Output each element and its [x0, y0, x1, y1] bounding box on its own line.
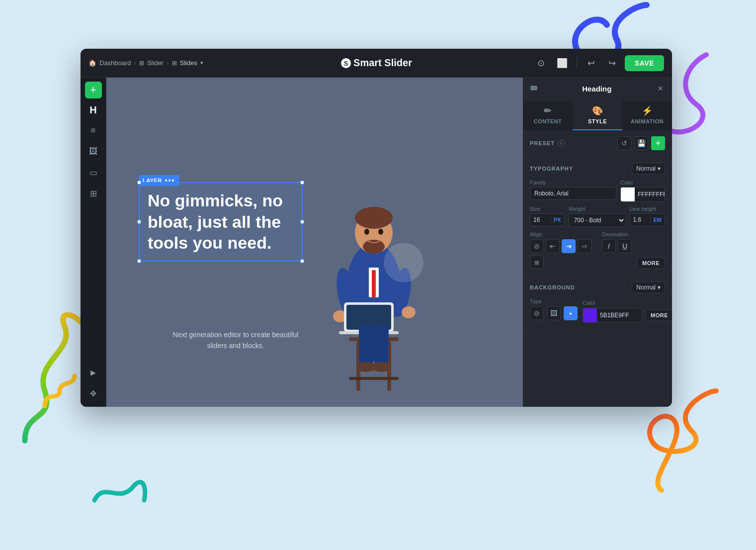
panel-layers-icon: [530, 84, 538, 94]
style-tab-icon: 🎨: [592, 105, 603, 116]
bg-image-btn[interactable]: 🖼: [547, 306, 561, 320]
background-normal-dropdown[interactable]: Normal ▾: [632, 281, 665, 293]
bg-color-field[interactable]: 5B1BE9FF: [583, 308, 642, 323]
align-none-btn[interactable]: ⊘: [530, 239, 544, 253]
sidebar-image-btn[interactable]: 🖼: [84, 142, 103, 161]
handle-tl[interactable]: [137, 181, 141, 184]
topbar: 🏠 Dashboard › ⊞ Slider › ⊞ Slides ▾ S Sm…: [81, 49, 672, 78]
preset-save-btn[interactable]: 💾: [634, 136, 648, 150]
decoration-buttons: I U: [602, 239, 632, 253]
slides-dropdown-icon[interactable]: ▾: [200, 60, 203, 66]
tab-content[interactable]: ✏ CONTENT: [523, 100, 573, 130]
sidebar-grid-btn[interactable]: ⊞: [84, 184, 103, 203]
preview-btn[interactable]: ⊙: [533, 55, 550, 72]
size-unit[interactable]: PX: [550, 217, 564, 223]
bg-type-buttons: ⊘ 🖼 ▪: [530, 306, 578, 320]
heading-layer[interactable]: No gimmicks, no bloat, just all the tool…: [139, 182, 303, 262]
more-col: MORE: [637, 257, 665, 269]
line-height-group: Line height EM: [630, 206, 666, 227]
svg-point-17: [402, 306, 416, 318]
align-label: Align: [530, 231, 597, 237]
family-color-row: Family Color FFFFFFFF: [530, 180, 665, 202]
background-header: BACKGROUND Normal ▾: [530, 281, 665, 293]
bg-color-swatch: [583, 308, 597, 322]
panel-close-btn[interactable]: ×: [656, 84, 665, 94]
bg-color-label: Color: [583, 300, 672, 306]
panel-title: Heading: [542, 85, 652, 93]
color-label: Color: [620, 180, 665, 185]
sidebar-box-btn[interactable]: ▭: [84, 163, 103, 182]
topbar-right: ⊙ ⬜ ↩ ↪ SAVE: [533, 55, 664, 72]
svg-rect-8: [372, 270, 376, 297]
add-element-btn[interactable]: +: [85, 82, 102, 98]
sidebar-list-btn[interactable]: ≡: [84, 121, 103, 140]
line-height-unit[interactable]: EM: [650, 217, 665, 223]
sidebar-move-btn[interactable]: ✥: [84, 384, 103, 403]
preset-add-btn[interactable]: +: [651, 136, 665, 150]
tab-style[interactable]: 🎨 STYLE: [573, 100, 622, 130]
tab-animation[interactable]: ⚡ ANIMATION: [622, 100, 672, 130]
bg-color-col: Color 5B1BE9FF MORE: [583, 300, 672, 323]
preset-info-icon[interactable]: i: [558, 140, 565, 147]
app-logo: S Smart Slider: [340, 57, 412, 69]
handle-bl[interactable]: [137, 259, 141, 263]
home-icon: 🏠: [88, 59, 96, 67]
weight-label: Weight: [569, 206, 626, 212]
main-window: 🏠 Dashboard › ⊞ Slider › ⊞ Slides ▾ S Sm…: [81, 49, 672, 407]
preset-label: PRESET: [530, 140, 555, 146]
content-tab-icon: ✏: [544, 105, 552, 116]
typography-label: TYPOGRAPHY: [530, 166, 573, 172]
decoration-col: Decoration I U: [602, 231, 632, 253]
handle-ml[interactable]: [137, 220, 141, 224]
color-field[interactable]: FFFFFFFF: [620, 187, 665, 202]
line-height-input-row: EM: [630, 213, 666, 226]
underline-btn[interactable]: U: [618, 239, 632, 253]
sidebar-play-btn[interactable]: ▶: [84, 363, 103, 382]
decoration-label: Decoration: [602, 231, 632, 237]
save-button[interactable]: SAVE: [625, 55, 664, 71]
align-justify-btn[interactable]: ≣: [530, 255, 544, 269]
svg-text:S: S: [344, 60, 348, 67]
align-center-btn[interactable]: ⇥: [562, 239, 576, 253]
bg-color-btn[interactable]: ▪: [564, 306, 578, 320]
preset-reset-btn[interactable]: ↺: [617, 136, 631, 150]
family-input[interactable]: [530, 187, 616, 200]
svg-point-13: [378, 229, 383, 235]
background-more-btn[interactable]: MORE: [645, 309, 672, 321]
bg-none-btn[interactable]: ⊘: [530, 306, 544, 320]
sep2: ›: [167, 59, 168, 67]
align-left-btn[interactable]: ⇤: [546, 239, 560, 253]
character-illustration: [289, 118, 458, 407]
breadcrumb-slides[interactable]: Slides: [180, 59, 197, 67]
align-right-btn[interactable]: ⇨: [578, 239, 591, 253]
preset-label-area: PRESET i: [530, 140, 565, 147]
svg-rect-27: [530, 88, 537, 89]
color-swatch: [621, 187, 635, 201]
sidebar-heading-btn[interactable]: H: [84, 100, 103, 119]
typography-more-btn[interactable]: MORE: [637, 257, 665, 269]
svg-rect-5: [349, 377, 399, 380]
bg-type-label: Type: [530, 298, 578, 304]
main-area: + H ≡ 🖼 ▭ ⊞ ▶ ✥ LAYER •••: [81, 78, 672, 407]
preset-section: PRESET i ↺ 💾 +: [523, 130, 672, 157]
typography-normal-dropdown[interactable]: Normal ▾: [632, 163, 665, 175]
size-input[interactable]: [530, 214, 550, 226]
undo-btn[interactable]: ↩: [583, 55, 600, 72]
typography-section: TYPOGRAPHY Normal ▾ Family Color: [523, 157, 672, 275]
topbar-divider: [577, 57, 577, 69]
weight-select[interactable]: 700 - Bold: [569, 213, 626, 227]
bg-color-value: 5B1BE9FF: [597, 312, 632, 319]
align-buttons: ⊘ ⇤ ⇥ ⇨ ≣: [530, 239, 597, 269]
preset-actions: ↺ 💾 +: [617, 136, 665, 150]
line-height-input[interactable]: [630, 214, 650, 226]
device-btn[interactable]: ⬜: [554, 55, 571, 72]
breadcrumb-dashboard[interactable]: Dashboard: [99, 59, 131, 67]
redo-btn[interactable]: ↪: [604, 55, 621, 72]
italic-btn[interactable]: I: [602, 239, 616, 253]
panel-header: Heading ×: [523, 78, 672, 100]
svg-point-10: [355, 207, 393, 229]
heading-text[interactable]: No gimmicks, no bloat, just all the tool…: [148, 190, 294, 254]
breadcrumb-slider[interactable]: Slider: [147, 59, 164, 67]
breadcrumb: 🏠 Dashboard › ⊞ Slider › ⊞ Slides ▾: [88, 59, 203, 67]
family-group: Family: [530, 180, 616, 202]
